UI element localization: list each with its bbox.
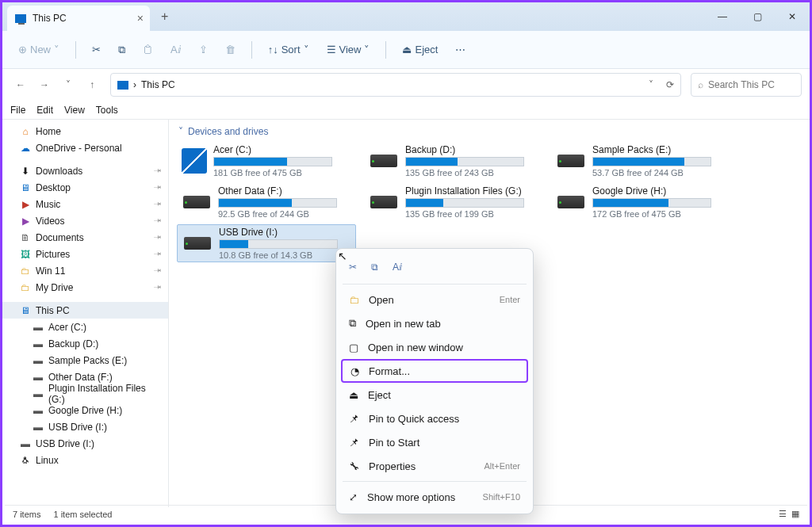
pin-icon: 📌︎ xyxy=(152,165,164,177)
share-button[interactable]: ⇪ xyxy=(193,39,214,60)
ctx-open[interactable]: 🗀OpenEnter xyxy=(341,288,528,311)
sidebar-pictures[interactable]: 🖼︎Pictures📌︎ xyxy=(2,246,168,262)
navigation-row: ← → ˅ ↑ › This PC ˅ ⟳ ⌕ xyxy=(2,69,810,101)
view-button[interactable]: ☰ View ˅ xyxy=(320,39,377,60)
copy-icon[interactable]: ⧉ xyxy=(371,262,378,273)
close-window-button[interactable]: ✕ xyxy=(775,4,810,29)
drive-item[interactable]: Other Data (F:)92.5 GB free of 244 GB xyxy=(177,183,356,221)
folder-icon: 🗀 xyxy=(349,294,359,306)
context-menu: ✂ ⧉ Aⅈ 🗀OpenEnter ⧉Open in new tab ▢Open… xyxy=(335,248,534,514)
copy-icon: ⧉ xyxy=(118,44,125,56)
drive-icon: ▬ xyxy=(33,372,44,383)
menu-edit[interactable]: Edit xyxy=(36,105,53,116)
sidebar-drive-h[interactable]: ▬Google Drive (H:) xyxy=(2,402,168,418)
this-pc-icon xyxy=(15,14,26,23)
drive-free-text: 135 GB free of 199 GB xyxy=(405,209,538,219)
sidebar-drive-i[interactable]: ▬USB Drive (I:) xyxy=(2,418,168,435)
documents-icon: 🗎 xyxy=(20,232,31,243)
view-grid-button[interactable]: ▦ xyxy=(791,509,799,519)
sidebar-onedrive[interactable]: ☁OneDrive - Personal xyxy=(2,139,168,156)
minimize-button[interactable]: — xyxy=(705,4,740,29)
drive-free-text: 181 GB free of 475 GB xyxy=(213,168,351,178)
sidebar-drive-c[interactable]: ▬Acer (C:) xyxy=(2,319,168,335)
sidebar-this-pc[interactable]: 🖥︎This PC xyxy=(2,302,168,319)
refresh-button[interactable]: ⟳ xyxy=(666,79,674,90)
storage-bar xyxy=(592,198,711,208)
ctx-properties[interactable]: 🔧︎PropertiesAlt+Enter xyxy=(341,454,528,478)
chevron-down-icon[interactable]: ˅ xyxy=(649,79,653,90)
tab-title: This PC xyxy=(33,13,67,24)
back-button[interactable]: ← xyxy=(10,74,31,95)
scissors-icon: ✂ xyxy=(92,44,101,55)
ctx-show-more[interactable]: ⤢Show more optionsShift+F10 xyxy=(341,485,528,509)
copy-button[interactable]: ⧉ xyxy=(112,39,132,61)
hdd-icon xyxy=(182,228,213,258)
sidebar-win11[interactable]: 🗀Win 11📌︎ xyxy=(2,262,168,279)
address-bar[interactable]: › This PC ˅ ⟳ xyxy=(110,73,681,97)
search-box[interactable]: ⌕ xyxy=(691,73,802,97)
sort-button[interactable]: ↑↓ Sort ˅ xyxy=(262,39,316,60)
sidebar-mydrive[interactable]: 🗀My Drive📌︎ xyxy=(2,279,168,296)
new-button[interactable]: ⊕ New ˅ xyxy=(12,39,66,60)
more-button[interactable]: ⋯ xyxy=(449,39,472,60)
linux-icon: 🐧︎ xyxy=(20,455,31,466)
ctx-eject[interactable]: ⏏Eject xyxy=(341,383,528,407)
folder-icon: 🗀 xyxy=(20,282,31,293)
drive-item[interactable]: Plugin Installation Files (G:)135 GB fre… xyxy=(364,183,543,221)
storage-bar xyxy=(405,198,524,208)
ctx-pin-start[interactable]: 📌︎Pin to Start xyxy=(341,430,528,454)
window-tab[interactable]: This PC × xyxy=(7,6,150,31)
recent-button[interactable]: ˅ xyxy=(58,74,79,95)
tab-icon: ⧉ xyxy=(349,317,356,330)
hdd-icon xyxy=(556,187,586,217)
new-tab-button[interactable]: + xyxy=(161,10,168,24)
more-icon: ⤢ xyxy=(349,491,358,503)
maximize-button[interactable]: ▢ xyxy=(740,4,775,29)
eject-button[interactable]: ⏏ Eject xyxy=(396,39,444,60)
ctx-pin-quick[interactable]: 📌︎Pin to Quick access xyxy=(341,407,528,430)
group-header[interactable]: ˅Devices and drives xyxy=(178,126,802,137)
sidebar-home[interactable]: ⌂Home xyxy=(2,123,168,139)
pin-icon: 📌︎ xyxy=(152,198,164,210)
ctx-open-new-window[interactable]: ▢Open in new window xyxy=(341,335,528,359)
sidebar-documents[interactable]: 🗎Documents📌︎ xyxy=(2,229,168,246)
drive-item[interactable]: Sample Packs (E:)53.7 GB free of 244 GB xyxy=(551,142,730,180)
sidebar-usb[interactable]: ▬USB Drive (I:) xyxy=(2,435,168,452)
sidebar-drive-e[interactable]: ▬Sample Packs (E:) xyxy=(2,352,168,369)
menu-file[interactable]: File xyxy=(10,105,25,116)
music-icon: ▶ xyxy=(20,199,31,210)
status-count: 7 items xyxy=(13,510,40,519)
pin-icon: 📌︎ xyxy=(152,181,164,193)
drive-name: Plugin Installation Files (G:) xyxy=(405,185,538,197)
sidebar-downloads[interactable]: ⬇Downloads📌︎ xyxy=(2,162,168,179)
menu-view[interactable]: View xyxy=(64,105,85,116)
drive-icon: ▬ xyxy=(33,322,44,333)
drive-item[interactable]: Acer (C:)181 GB free of 475 GB xyxy=(177,142,356,180)
up-button[interactable]: ↑ xyxy=(82,74,102,95)
rename-icon: Aⅈ xyxy=(170,44,182,55)
delete-button[interactable]: 🗑︎ xyxy=(219,39,242,60)
drive-item[interactable]: Backup (D:)135 GB free of 243 GB xyxy=(364,142,543,180)
search-input[interactable] xyxy=(708,79,795,90)
cut-button[interactable]: ✂ xyxy=(86,39,107,60)
menu-tools[interactable]: Tools xyxy=(96,105,118,116)
sidebar-linux[interactable]: 🐧︎Linux xyxy=(2,452,168,468)
status-selected: 1 item selected xyxy=(53,510,112,519)
sidebar-videos[interactable]: ▶Videos📌︎ xyxy=(2,212,168,229)
paste-button[interactable]: 📋︎ xyxy=(136,39,159,60)
drive-item[interactable]: USB Drive (I:)10.8 GB free of 14.3 GB xyxy=(177,224,356,262)
ctx-format[interactable]: ◔Format... xyxy=(341,359,528,383)
sidebar-drive-d[interactable]: ▬Backup (D:) xyxy=(2,335,168,352)
view-list-button[interactable]: ☰ xyxy=(779,509,787,519)
drive-item[interactable]: Google Drive (H:)172 GB free of 475 GB xyxy=(551,183,730,221)
sidebar-desktop[interactable]: 🖥︎Desktop📌︎ xyxy=(2,179,168,196)
forward-button[interactable]: → xyxy=(34,74,55,95)
rename-button[interactable]: Aⅈ xyxy=(164,39,188,60)
cut-icon[interactable]: ✂ xyxy=(349,262,357,273)
sidebar-drive-g[interactable]: ▬Plugin Installation Files (G:) xyxy=(2,385,168,402)
sidebar-music[interactable]: ▶Music📌︎ xyxy=(2,196,168,212)
close-tab-icon[interactable]: × xyxy=(137,12,144,25)
breadcrumb[interactable]: This PC xyxy=(141,79,175,90)
rename-icon[interactable]: Aⅈ xyxy=(393,262,402,273)
ctx-open-new-tab[interactable]: ⧉Open in new tab xyxy=(341,311,528,335)
